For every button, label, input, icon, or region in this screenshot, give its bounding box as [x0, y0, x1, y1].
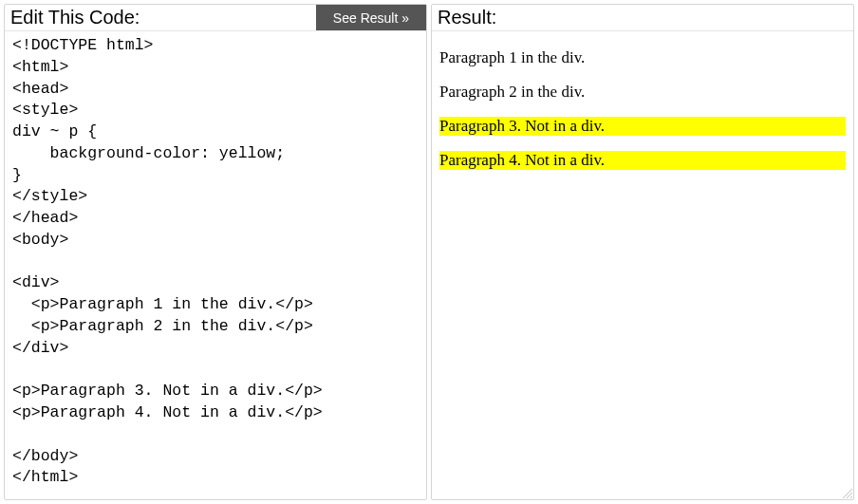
see-result-button[interactable]: See Result » — [316, 5, 426, 31]
result-title: Result: — [432, 5, 853, 30]
editor-pane: Edit This Code: See Result » — [4, 4, 427, 500]
result-paragraph: Paragraph 3. Not in a div. — [439, 117, 846, 136]
result-pane: Result: Paragraph 1 in the div. Paragrap… — [431, 4, 854, 500]
code-editor[interactable] — [5, 31, 426, 499]
result-paragraph: Paragraph 1 in the div. — [439, 48, 846, 67]
result-paragraph: Paragraph 2 in the div. — [439, 83, 846, 102]
result-paragraph: Paragraph 4. Not in a div. — [439, 151, 846, 170]
editor-wrap — [5, 30, 426, 499]
result-body: Paragraph 1 in the div. Paragraph 2 in t… — [432, 31, 853, 499]
tryit-container: Edit This Code: See Result » Result: Par… — [4, 4, 854, 500]
result-wrap: Paragraph 1 in the div. Paragraph 2 in t… — [432, 30, 853, 499]
